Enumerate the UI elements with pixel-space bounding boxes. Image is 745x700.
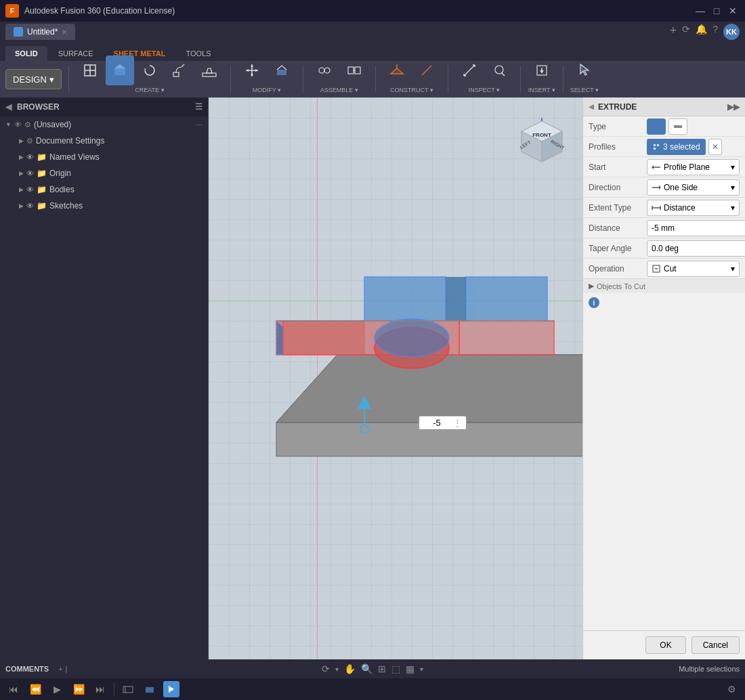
playback-start-button[interactable]: ⏮ [5, 681, 22, 697]
playback-play-button[interactable]: ▶ [49, 681, 65, 697]
tab-close-button[interactable]: ✕ [62, 28, 67, 36]
user-avatar[interactable]: KK [723, 24, 740, 40]
profiles-selection-button[interactable]: 3 selected [647, 139, 706, 155]
playback-end-button[interactable]: ⏭ [92, 681, 108, 697]
dimension-input[interactable] [423, 418, 450, 428]
browser-item-bodies[interactable]: ▶ 👁 📁 Bodies [0, 181, 208, 198]
maximize-button[interactable]: □ [710, 4, 723, 18]
timeline-active-button[interactable] [163, 681, 179, 697]
navigation-cube[interactable]: FRONT LEFT RIGHT Z [515, 118, 569, 172]
orbit-dropdown[interactable]: ▾ [335, 665, 339, 673]
extrude-panel: ◀ EXTRUDE ▶▶ Type Profiles 3 select [582, 97, 745, 659]
tab-help-button[interactable]: ? [712, 24, 718, 40]
tab-solid[interactable]: SOLID [5, 46, 47, 61]
playback-next-button[interactable]: ⏩ [70, 681, 87, 697]
construct-axis-button[interactable] [412, 56, 441, 85]
direction-dropdown[interactable]: One Side ▾ [647, 179, 740, 196]
sketches-label: Sketches [49, 201, 203, 211]
operation-dropdown[interactable]: Cut ▾ [647, 261, 740, 277]
distance-label: Distance [589, 223, 643, 233]
panel-row-operation: Operation Cut ▾ [583, 259, 745, 279]
new-tab-button[interactable]: + [670, 24, 677, 40]
browser-item-root[interactable]: ▼ 👁 ⚙ (Unsaved) ⋯ [0, 116, 208, 133]
cancel-button[interactable]: Cancel [691, 636, 740, 654]
move-button[interactable] [238, 56, 266, 85]
svg-marker-10 [251, 74, 253, 76]
ok-button[interactable]: OK [645, 636, 685, 654]
browser-item-named-views[interactable]: ▶ 👁 📁 Named Views [0, 149, 208, 165]
playback-prev-button[interactable]: ⏪ [27, 681, 43, 697]
origin-visibility-icon[interactable]: 👁 [26, 169, 34, 177]
insert-button[interactable] [528, 56, 556, 85]
press-pull-button[interactable] [268, 56, 296, 85]
type-solid-button[interactable] [647, 118, 666, 135]
status-separator [114, 682, 114, 696]
browser-expand-icon[interactable]: ☰ [195, 102, 203, 112]
dimension-dots-button[interactable]: ⋮ [453, 418, 462, 428]
root-visibility-icon[interactable]: 👁 [14, 121, 22, 129]
select-button[interactable] [570, 56, 599, 85]
svg-marker-12 [255, 69, 258, 72]
close-button[interactable]: ✕ [726, 4, 740, 18]
browser-sidebar: ◀ BROWSER ☰ ▼ 👁 ⚙ (Unsaved) ⋯ ▶ ⚙ Docume… [0, 97, 209, 659]
browser-collapse-icon[interactable]: ◀ [5, 102, 12, 112]
doc-settings-label: Document Settings [36, 136, 203, 146]
profiles-clear-button[interactable]: ✕ [708, 139, 722, 155]
panel-row-profiles: Profiles 3 selected ✕ [583, 137, 745, 157]
display-settings-button[interactable]: ▦ [406, 663, 414, 674]
design-dropdown[interactable]: DESIGN ▾ [5, 69, 62, 89]
display-dropdown[interactable]: ▾ [420, 665, 423, 673]
assemble-tool-button[interactable] [340, 56, 368, 85]
document-tab[interactable]: Untitled* ✕ [5, 24, 75, 40]
tab-menu-button[interactable]: ⟳ [682, 24, 690, 40]
extent-type-dropdown[interactable]: Distance ▾ [647, 200, 740, 216]
inspect-tool-button[interactable] [485, 56, 513, 85]
sweep-button[interactable] [165, 56, 194, 85]
browser-item-origin[interactable]: ▶ 👁 📁 Origin [0, 165, 208, 181]
browser-item-sketches[interactable]: ▶ 👁 📁 Sketches [0, 198, 208, 214]
design-chevron: ▾ [49, 74, 54, 85]
view-cube-button[interactable]: ⬚ [391, 663, 400, 674]
profiles-value: 3 selected ✕ [647, 139, 740, 155]
bottom-add-button[interactable]: + [58, 665, 62, 673]
new-component-button[interactable] [76, 56, 104, 85]
pan-button[interactable]: ✋ [344, 663, 356, 674]
zoom-button[interactable]: 🔍 [361, 663, 372, 674]
extrude-button[interactable] [106, 56, 134, 85]
type-thin-button[interactable] [668, 118, 687, 135]
browser-item-doc-settings[interactable]: ▶ ⚙ Document Settings [0, 133, 208, 149]
revolve-button[interactable] [135, 56, 164, 85]
sketches-visibility-icon[interactable]: 👁 [26, 202, 34, 210]
root-settings-icon[interactable]: ⚙ [24, 121, 31, 129]
svg-rect-75 [146, 687, 154, 693]
svg-marker-43 [459, 321, 554, 355]
panel-row-type: Type [583, 116, 745, 137]
objects-to-cut-section[interactable]: ▶ Objects To Cut [583, 279, 745, 293]
dimension-input-box[interactable]: ⋮ [419, 416, 467, 430]
distance-input[interactable] [647, 220, 745, 236]
joint-button[interactable] [310, 56, 339, 85]
named-views-visibility-icon[interactable]: 👁 [26, 153, 34, 161]
measure-button[interactable] [455, 56, 484, 85]
construct-plane-button[interactable] [383, 56, 411, 85]
bodies-visibility-icon[interactable]: 👁 [26, 185, 34, 194]
taper-angle-input[interactable] [647, 240, 745, 257]
tab-document-icon [14, 27, 23, 37]
bodies-label: Bodies [49, 185, 203, 194]
profiles-count: 3 selected [663, 142, 700, 152]
extent-type-value-text: Distance [664, 203, 696, 213]
minimize-button[interactable]: — [694, 4, 707, 18]
timeline-body-button[interactable] [142, 681, 158, 697]
timeline-sketch-button[interactable] [120, 681, 136, 697]
status-text: Multiple selections [679, 665, 740, 673]
root-badge[interactable]: ⋯ [196, 121, 203, 129]
svg-rect-17 [355, 67, 360, 74]
start-dropdown[interactable]: Profile Plane ▾ [647, 159, 740, 175]
loft-button[interactable] [195, 56, 224, 85]
fit-button[interactable]: ⊞ [378, 663, 386, 674]
tab-more-button[interactable]: 🔔 [696, 24, 707, 40]
orbit-button[interactable]: ⟳ [322, 663, 330, 674]
panel-expand-icon[interactable]: ▶▶ [727, 102, 740, 112]
panel-collapse-icon[interactable]: ◀ [589, 103, 594, 110]
settings-gear-icon[interactable]: ⚙ [723, 681, 740, 697]
